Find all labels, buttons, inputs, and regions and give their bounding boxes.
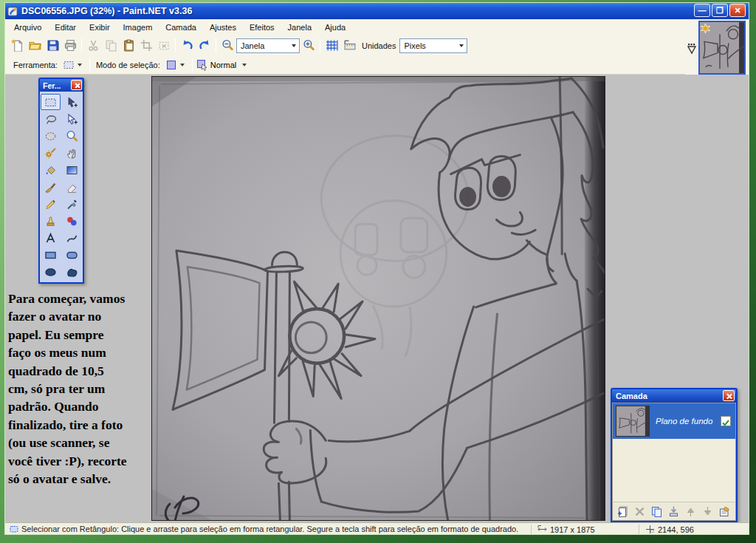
ruler-toggle-button[interactable] — [340, 37, 358, 54]
toolbar-separator — [175, 38, 176, 52]
paintnet-window: DSC06556.JPG (32%) - Paint.NET v3.36 — ❐… — [5, 3, 749, 534]
paste-button[interactable] — [120, 37, 137, 54]
tool-paint-bucket[interactable] — [41, 162, 61, 178]
open-file-button[interactable] — [26, 37, 44, 54]
print-button[interactable] — [61, 37, 79, 54]
tool-magic-wand[interactable] — [41, 145, 61, 161]
merge-layer-down-button[interactable] — [666, 504, 681, 519]
tool-move-selection[interactable] — [62, 111, 82, 127]
zoom-in-button[interactable] — [300, 37, 317, 54]
note-line: você tiver :P), recorte — [8, 452, 154, 470]
menu-efeitos[interactable]: Efeitos — [243, 21, 281, 34]
crop-button[interactable] — [137, 37, 155, 54]
open-image-thumbnail[interactable] — [698, 21, 746, 75]
tool-color-picker[interactable] — [62, 196, 82, 212]
delete-layer-button[interactable] — [632, 504, 647, 519]
layer-row-background[interactable]: Plano de fundo — [613, 403, 735, 439]
tool-move-selected-pixels[interactable] — [62, 94, 82, 110]
redo-button[interactable] — [196, 37, 213, 54]
layer-properties-icon — [718, 505, 731, 518]
tool-zoom[interactable] — [62, 128, 82, 144]
tool-gradient[interactable] — [62, 162, 82, 178]
workspace: Fer... — [5, 75, 749, 522]
note-line: só o avatar e salve. — [8, 470, 154, 488]
line-curve-icon — [66, 232, 78, 245]
layers-toolbar — [612, 502, 736, 521]
move-layer-up-button[interactable] — [683, 504, 698, 519]
tools-palette-close-icon[interactable] — [71, 80, 82, 90]
layer-name: Plano de fundo — [650, 417, 721, 426]
move-layer-down-button[interactable] — [700, 504, 715, 519]
tools-palette: Fer... — [38, 78, 84, 284]
title-bar[interactable]: DSC06556.JPG (32%) - Paint.NET v3.36 — ❐… — [5, 3, 749, 19]
maximize-button[interactable]: ❐ — [712, 4, 728, 17]
layer-properties-button[interactable] — [717, 504, 732, 519]
menu-exibir[interactable]: Exibir — [83, 21, 117, 34]
chevron-down-icon — [238, 58, 250, 72]
tool-recolor[interactable] — [62, 213, 82, 229]
menu-editar[interactable]: Editar — [48, 21, 83, 34]
tool-text[interactable] — [41, 230, 61, 246]
pencil-icon — [44, 198, 57, 211]
redo-icon — [199, 39, 211, 52]
close-button[interactable]: ✕ — [729, 4, 746, 17]
menu-ajustes[interactable]: Ajustes — [203, 21, 243, 34]
tool-lasso-select[interactable] — [41, 111, 61, 127]
duplicate-layer-button[interactable] — [649, 504, 664, 519]
selection-mode-dropdown[interactable] — [164, 57, 190, 72]
grid-toggle-button[interactable] — [323, 37, 340, 54]
print-icon — [64, 39, 77, 52]
tool-pencil[interactable] — [41, 196, 61, 212]
tool-rectangle[interactable] — [41, 247, 61, 263]
canvas-image[interactable] — [151, 76, 605, 521]
active-tool-dropdown[interactable] — [61, 57, 87, 72]
layer-visibility-checkbox[interactable] — [721, 416, 731, 426]
blend-mode-icon — [196, 59, 208, 71]
blend-mode-dropdown[interactable]: Normal — [195, 57, 251, 72]
note-line: papel. Eu sempre — [8, 326, 154, 344]
ellipse-select-icon — [44, 130, 57, 143]
note-line: faço os meus num — [8, 344, 154, 361]
tool-paintbrush[interactable] — [41, 179, 61, 195]
move-up-icon — [684, 505, 697, 518]
tool-pan[interactable] — [62, 145, 82, 161]
tools-grid — [40, 92, 83, 280]
chevron-down-icon — [456, 39, 467, 52]
cut-button[interactable] — [84, 37, 102, 54]
menu-camada[interactable]: Camada — [159, 21, 203, 34]
copy-button[interactable] — [102, 37, 120, 54]
units-dropdown[interactable]: Pixels — [399, 38, 467, 53]
tool-ellipse-select[interactable] — [41, 128, 61, 144]
window-title: DSC06556.JPG (32%) - Paint.NET v3.36 — [21, 6, 192, 16]
paintbrush-icon — [44, 181, 57, 194]
new-file-button[interactable] — [8, 37, 26, 54]
tool-clone-stamp[interactable] — [41, 213, 61, 229]
layers-panel-titlebar[interactable]: Camada — [612, 389, 736, 403]
menu-ajuda[interactable]: Ajuda — [318, 21, 352, 34]
tool-rounded-rectangle[interactable] — [62, 247, 82, 263]
tool-freeform-shape[interactable] — [62, 264, 82, 280]
minimize-button[interactable]: — — [694, 4, 710, 17]
menu-arquivo[interactable]: Arquivo — [7, 21, 48, 34]
add-layer-button[interactable] — [615, 504, 630, 519]
deselect-button[interactable] — [155, 37, 173, 54]
status-message: Selecionar com Retângulo: Clique e arras… — [21, 525, 527, 533]
tool-eraser[interactable] — [62, 179, 82, 195]
zoom-out-button[interactable] — [219, 37, 236, 54]
zoom-mode-dropdown[interactable]: Janela — [236, 38, 300, 53]
menu-imagem[interactable]: Imagem — [117, 21, 159, 34]
image-list — [685, 19, 749, 77]
undo-button[interactable] — [178, 37, 196, 54]
layers-panel-close-icon[interactable] — [723, 390, 735, 401]
save-button[interactable] — [44, 37, 61, 54]
tool-rectangle-select[interactable] — [41, 94, 61, 110]
image-list-chevron-icon[interactable] — [687, 43, 697, 55]
move-down-icon — [701, 505, 714, 518]
move-selection-icon — [66, 113, 78, 126]
tool-line-curve[interactable] — [62, 230, 82, 246]
tools-palette-titlebar[interactable]: Fer... — [40, 79, 83, 92]
tool-ellipse[interactable] — [41, 264, 61, 280]
menu-janela[interactable]: Janela — [281, 21, 318, 34]
recolor-icon — [66, 215, 78, 228]
duplicate-layer-icon — [650, 505, 663, 518]
